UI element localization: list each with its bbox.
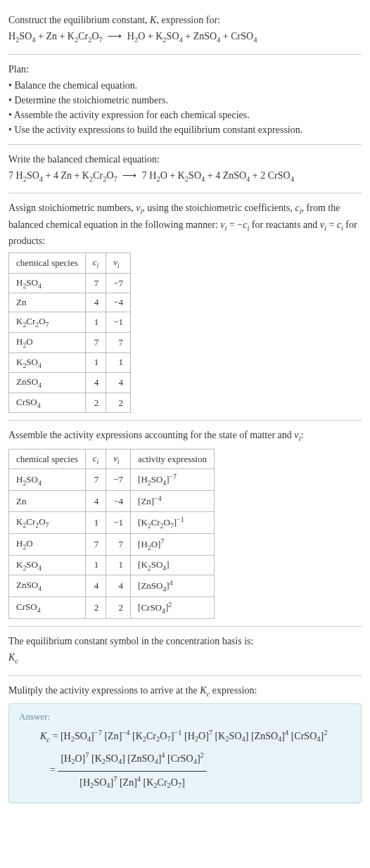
intro-equation: H2SO4 + Zn + K2Cr2O7 ⟶ H2O + K2SO4 + ZnS… <box>8 29 362 46</box>
table-row: H2O77 <box>9 332 131 352</box>
intro-line1: Construct the equilibrium constant, K, e… <box>8 13 362 27</box>
cell-species: K2SO4 <box>9 352 86 373</box>
cell-species: CrSO4 <box>9 392 86 413</box>
table-row: Zn4−4 <box>9 293 131 312</box>
col-c: ci <box>85 253 106 274</box>
col-expr: activity expression <box>131 449 215 469</box>
cell-species: K2Cr2O7 <box>9 312 86 333</box>
table-row: Zn4−4[Zn]−4 <box>9 491 215 511</box>
plan-heading: Plan: <box>8 62 362 77</box>
cell-species: CrSO4 <box>9 597 86 619</box>
answer-box: Answer: Kc = [H2SO4]−7 [Zn]−4 [K2Cr2O7]−… <box>8 703 362 803</box>
table-row: ZnSO444 <box>9 373 131 393</box>
activity-heading: Assemble the activity expressions accoun… <box>8 428 362 445</box>
cell-v: 4 <box>106 575 131 597</box>
cell-species: H2SO4 <box>9 273 86 293</box>
multiply-section: Mulitply the activity expressions to arr… <box>8 676 362 811</box>
kc-symbol-heading: The equilibrium constant symbol in the c… <box>8 634 362 649</box>
cell-c: 2 <box>85 392 106 413</box>
answer-label: Answer: <box>19 711 351 722</box>
cell-c: 7 <box>85 533 106 555</box>
cell-species: H2SO4 <box>9 469 86 491</box>
fraction-numerator: [H2O]7 [K2SO4] [ZnSO4]4 [CrSO4]2 <box>58 749 206 771</box>
cell-c: 2 <box>85 597 106 619</box>
cell-v: 7 <box>106 533 131 555</box>
answer-fraction: [H2O]7 [K2SO4] [ZnSO4]4 [CrSO4]2 [H2SO4]… <box>58 749 206 793</box>
cell-expr: [Zn]−4 <box>131 491 215 511</box>
cell-c: 1 <box>85 352 106 373</box>
cell-expr: [H2SO4]−7 <box>131 469 215 491</box>
intro-section: Construct the equilibrium constant, K, e… <box>8 6 362 54</box>
table-row: H2O77[H2O]7 <box>9 533 215 555</box>
cell-v: −7 <box>106 273 131 293</box>
plan-item: Determine the stoichiometric numbers. <box>8 93 362 108</box>
multiply-heading: Mulitply the activity expressions to arr… <box>8 683 362 700</box>
table-row: ZnSO444[ZnSO4]4 <box>9 575 215 597</box>
activity-table: chemical species ci νi activity expressi… <box>8 449 215 619</box>
cell-species: K2SO4 <box>9 555 86 575</box>
table-row: K2Cr2O71−1[K2Cr2O7]−1 <box>9 511 215 533</box>
table-row: K2Cr2O71−1 <box>9 312 131 333</box>
cell-v: 2 <box>106 392 131 413</box>
cell-v: 1 <box>106 352 131 373</box>
plan-item: Balance the chemical equation. <box>8 78 362 93</box>
col-species: chemical species <box>9 449 86 469</box>
table-row: H2SO47−7[H2SO4]−7 <box>9 469 215 491</box>
table-row: K2SO411 <box>9 352 131 373</box>
cell-species: H2O <box>9 533 86 555</box>
col-c: ci <box>85 449 106 469</box>
fraction-denominator: [H2SO4]7 [Zn]4 [K2Cr2O7] <box>58 772 206 793</box>
plan-item: Use the activity expressions to build th… <box>8 122 362 137</box>
plan-section: Plan: Balance the chemical equation. Det… <box>8 55 362 144</box>
cell-c: 4 <box>85 373 106 393</box>
table-row: CrSO422[CrSO4]2 <box>9 597 215 619</box>
cell-v: 1 <box>106 555 131 575</box>
col-species: chemical species <box>9 253 86 274</box>
cell-c: 7 <box>85 332 106 352</box>
cell-expr: [CrSO4]2 <box>131 597 215 619</box>
cell-v: −7 <box>106 469 131 491</box>
stoich-table: chemical species ci νi H2SO47−7 Zn4−4 K2… <box>8 253 131 413</box>
cell-expr: [H2O]7 <box>131 533 215 555</box>
table-header-row: chemical species ci νi activity expressi… <box>9 449 215 469</box>
cell-expr: [ZnSO4]4 <box>131 575 215 597</box>
cell-species: ZnSO4 <box>9 373 86 393</box>
cell-species: H2O <box>9 332 86 352</box>
plan-list: Balance the chemical equation. Determine… <box>8 78 362 137</box>
cell-v: 7 <box>106 332 131 352</box>
cell-species: Zn <box>9 491 86 511</box>
kc-symbol-value: Kc <box>8 650 362 667</box>
balanced-equation: 7 H2SO4 + 4 Zn + K2Cr2O7 ⟶ 7 H2O + K2SO4… <box>8 168 362 185</box>
cell-v: −4 <box>106 491 131 511</box>
cell-c: 4 <box>85 293 106 312</box>
cell-c: 1 <box>85 312 106 333</box>
cell-v: −1 <box>106 511 131 533</box>
cell-c: 1 <box>85 555 106 575</box>
cell-species: K2Cr2O7 <box>9 511 86 533</box>
cell-v: −4 <box>106 293 131 312</box>
cell-c: 1 <box>85 511 106 533</box>
balanced-heading: Write the balanced chemical equation: <box>8 152 362 167</box>
cell-c: 4 <box>85 575 106 597</box>
answer-line1: Kc = [H2SO4]−7 [Zn]−4 [K2Cr2O7]−1 [H2O]7… <box>19 727 351 746</box>
plan-item: Assemble the activity expression for eac… <box>8 108 362 122</box>
cell-species: ZnSO4 <box>9 575 86 597</box>
table-header-row: chemical species ci νi <box>9 253 131 274</box>
col-v: νi <box>106 449 131 469</box>
cell-species: Zn <box>9 293 86 312</box>
cell-v: −1 <box>106 312 131 333</box>
cell-c: 4 <box>85 491 106 511</box>
table-row: H2SO47−7 <box>9 273 131 293</box>
cell-v: 2 <box>106 597 131 619</box>
stoich-heading: Assign stoichiometric numbers, νi, using… <box>8 200 362 248</box>
stoich-section: Assign stoichiometric numbers, νi, using… <box>8 193 362 420</box>
cell-v: 4 <box>106 373 131 393</box>
col-v: νi <box>106 253 131 274</box>
answer-line2: = [H2O]7 [K2SO4] [ZnSO4]4 [CrSO4]2 [H2SO… <box>19 749 351 793</box>
cell-expr: [K2Cr2O7]−1 <box>131 511 215 533</box>
table-row: CrSO422 <box>9 392 131 413</box>
activity-section: Assemble the activity expressions accoun… <box>8 421 362 626</box>
cell-c: 7 <box>85 469 106 491</box>
kc-symbol-section: The equilibrium constant symbol in the c… <box>8 627 362 675</box>
balanced-section: Write the balanced chemical equation: 7 … <box>8 145 362 193</box>
